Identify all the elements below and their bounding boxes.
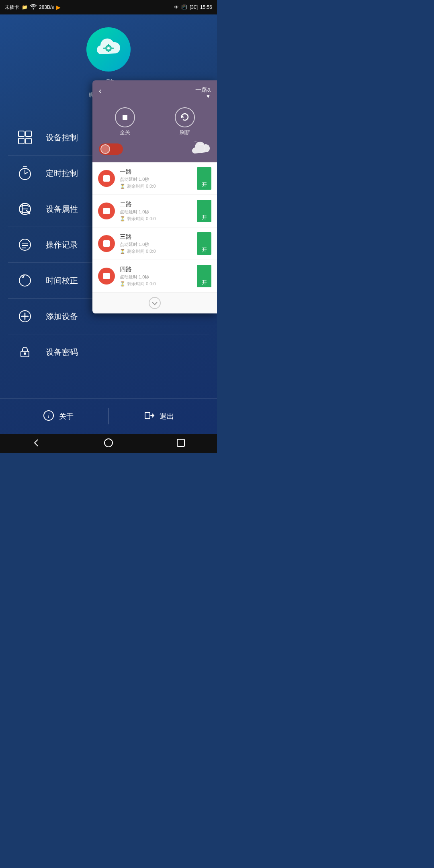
time-calibration-icon <box>16 272 34 289</box>
menu-label-device-control: 设备控制 <box>46 132 78 143</box>
overlay-panel: ‹ 一路a ▼ 全关 刷新 <box>92 80 217 313</box>
timer-control-icon <box>16 164 34 182</box>
channel-4-info: 四路 点动延时:1.0秒 ⏳ 剩余时间 0:0:0 <box>120 266 192 287</box>
menu-label-timer-control: 定时控制 <box>46 168 78 179</box>
toggle-knob <box>100 144 110 154</box>
svg-point-22 <box>19 275 31 286</box>
status-right: 👁 📳 [30] 15:56 <box>174 4 212 10</box>
wifi-icon <box>30 4 37 11</box>
channel-4-timer: ⏳ 剩余时间 0:0:0 <box>120 281 192 287</box>
timer-icon-2: ⏳ <box>120 216 125 221</box>
about-icon: i <box>43 410 54 423</box>
channel-item-4: 四路 点动延时:1.0秒 ⏳ 剩余时间 0:0:0 开 <box>92 260 217 293</box>
toggle-switch[interactable] <box>99 143 123 155</box>
channel-3-stop-button[interactable] <box>98 235 115 252</box>
menu-label-operation-log: 操作记录 <box>46 240 78 250</box>
storage-icon: 📁 <box>22 4 28 10</box>
channel-3-on-button[interactable]: 开 <box>197 232 211 255</box>
refresh-label: 刷新 <box>180 129 190 136</box>
refresh-button[interactable]: 刷新 <box>175 107 195 136</box>
channel-2-stop-button[interactable] <box>98 203 115 219</box>
avatar[interactable] <box>86 27 131 72</box>
svg-rect-7 <box>26 131 31 137</box>
panel-controls: 全关 刷新 <box>92 103 217 139</box>
stream-icon: ▶ <box>56 4 61 10</box>
back-nav-button[interactable] <box>23 435 49 453</box>
channel-2-delay: 点动延时:1.0秒 <box>120 209 192 215</box>
svg-point-18 <box>19 239 31 250</box>
channel-1-stop-icon <box>103 175 110 182</box>
channel-item-1: 一路 点动延时:1.0秒 ⏳ 剩余时间 0:0:0 开 <box>92 162 217 195</box>
channel-item-3: 三路 点动延时:1.0秒 ⏳ 剩余时间 0:0:0 开 <box>92 227 217 260</box>
timer-icon-4: ⏳ <box>120 281 125 287</box>
svg-point-33 <box>149 297 160 309</box>
menu-label-device-password: 设备密码 <box>46 347 78 358</box>
svg-rect-2 <box>108 44 109 46</box>
status-bar: 未插卡 📁 283B/s ▶ 👁 📳 [30] 15:56 <box>0 0 217 14</box>
channel-2-stop-icon <box>103 208 110 214</box>
channel-1-remaining: 剩余时间 0:0:0 <box>127 183 156 189</box>
all-off-label: 全关 <box>120 129 130 136</box>
battery-label: [30] <box>190 4 198 10</box>
panel-header: ‹ 一路a ▼ <box>92 80 217 103</box>
panel-title-chevron-icon[interactable]: ▼ <box>206 94 211 99</box>
channel-4-remaining: 剩余时间 0:0:0 <box>127 281 156 287</box>
no-sim-label: 未插卡 <box>5 4 19 11</box>
menu-item-device-password[interactable]: 设备密码 <box>8 334 209 370</box>
channel-4-stop-icon <box>103 273 110 279</box>
svg-rect-9 <box>26 138 31 144</box>
channel-3-stop-icon <box>103 240 110 247</box>
menu-label-add-device: 添加设备 <box>46 311 78 322</box>
all-off-button[interactable]: 全关 <box>115 107 135 136</box>
channel-1-info: 一路 点动延时:1.0秒 ⏳ 剩余时间 0:0:0 <box>120 168 192 189</box>
svg-rect-6 <box>18 131 24 137</box>
nav-bar <box>0 434 217 453</box>
channel-1-delay: 点动延时:1.0秒 <box>120 176 192 182</box>
timer-icon-3: ⏳ <box>120 249 125 254</box>
recent-nav-button[interactable] <box>168 435 194 453</box>
svg-point-34 <box>104 439 113 447</box>
channel-1-on-button[interactable]: 开 <box>197 167 211 190</box>
clock-time: 15:56 <box>200 4 212 10</box>
logout-label: 退出 <box>160 411 174 421</box>
cloud-icon <box>192 141 211 157</box>
channel-1-timer: ⏳ 剩余时间 0:0:0 <box>120 183 192 189</box>
home-nav-button[interactable] <box>96 435 121 453</box>
channel-1-stop-button[interactable] <box>98 170 115 187</box>
device-properties-icon <box>16 200 34 218</box>
operation-log-icon <box>16 236 34 254</box>
about-button[interactable]: i 关于 <box>8 410 108 423</box>
channel-2-info: 二路 点动延时:1.0秒 ⏳ 剩余时间 0:0:0 <box>120 201 192 222</box>
channel-4-stop-button[interactable] <box>98 268 115 285</box>
device-control-icon <box>16 129 34 146</box>
channel-3-timer: ⏳ 剩余时间 0:0:0 <box>120 248 192 254</box>
about-label: 关于 <box>59 411 74 421</box>
channel-4-delay: 点动延时:1.0秒 <box>120 274 192 280</box>
vibrate-icon: 📳 <box>181 4 187 10</box>
channel-3-delay: 点动延时:1.0秒 <box>120 242 192 248</box>
channel-2-on-button[interactable]: 开 <box>197 200 211 222</box>
channel-1-name: 一路 <box>120 168 192 176</box>
timer-icon-1: ⏳ <box>120 184 125 189</box>
device-password-icon <box>16 343 34 361</box>
eye-icon: 👁 <box>174 4 179 10</box>
panel-toggle-row <box>92 139 217 162</box>
panel-back-button[interactable]: ‹ <box>99 86 102 95</box>
svg-rect-5 <box>112 48 114 49</box>
svg-rect-8 <box>18 138 24 144</box>
svg-rect-3 <box>108 51 109 52</box>
refresh-icon <box>175 107 195 127</box>
svg-text:i: i <box>48 413 49 419</box>
channel-3-name: 三路 <box>120 233 192 241</box>
logout-button[interactable]: 退出 <box>109 410 209 423</box>
channel-3-remaining: 剩余时间 0:0:0 <box>127 248 156 254</box>
svg-rect-4 <box>103 48 105 49</box>
channel-4-on-button[interactable]: 开 <box>197 265 211 287</box>
channel-2-remaining: 剩余时间 0:0:0 <box>127 216 156 222</box>
svg-rect-35 <box>177 439 184 446</box>
logout-icon <box>143 410 155 423</box>
channel-4-name: 四路 <box>120 266 192 273</box>
all-off-icon <box>115 107 135 127</box>
svg-point-27 <box>24 352 26 355</box>
menu-label-device-properties: 设备属性 <box>46 204 78 215</box>
